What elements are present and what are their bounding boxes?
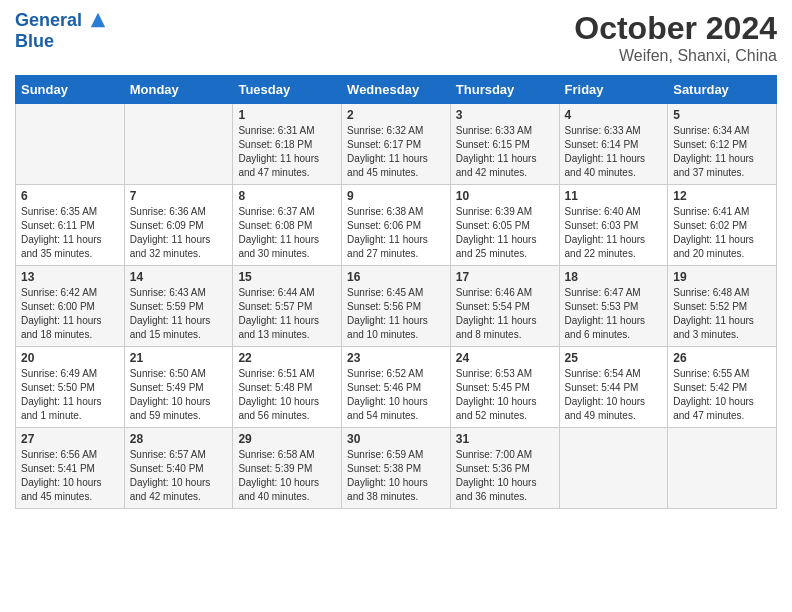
day-number: 27	[21, 432, 119, 446]
calendar-cell: 20Sunrise: 6:49 AMSunset: 5:50 PMDayligh…	[16, 347, 125, 428]
day-number: 24	[456, 351, 554, 365]
day-number: 3	[456, 108, 554, 122]
day-number: 11	[565, 189, 663, 203]
calendar-cell	[668, 428, 777, 509]
calendar-cell: 21Sunrise: 6:50 AMSunset: 5:49 PMDayligh…	[124, 347, 233, 428]
calendar-cell: 24Sunrise: 6:53 AMSunset: 5:45 PMDayligh…	[450, 347, 559, 428]
day-info: Sunrise: 6:48 AMSunset: 5:52 PMDaylight:…	[673, 286, 771, 342]
day-info: Sunrise: 7:00 AMSunset: 5:36 PMDaylight:…	[456, 448, 554, 504]
calendar-cell: 4Sunrise: 6:33 AMSunset: 6:14 PMDaylight…	[559, 104, 668, 185]
day-info: Sunrise: 6:43 AMSunset: 5:59 PMDaylight:…	[130, 286, 228, 342]
calendar-week-2: 6Sunrise: 6:35 AMSunset: 6:11 PMDaylight…	[16, 185, 777, 266]
col-tuesday: Tuesday	[233, 76, 342, 104]
calendar-body: 1Sunrise: 6:31 AMSunset: 6:18 PMDaylight…	[16, 104, 777, 509]
day-number: 19	[673, 270, 771, 284]
calendar-cell: 12Sunrise: 6:41 AMSunset: 6:02 PMDayligh…	[668, 185, 777, 266]
col-friday: Friday	[559, 76, 668, 104]
calendar-cell	[124, 104, 233, 185]
day-info: Sunrise: 6:37 AMSunset: 6:08 PMDaylight:…	[238, 205, 336, 261]
title-area: October 2024 Weifen, Shanxi, China	[574, 10, 777, 65]
day-info: Sunrise: 6:47 AMSunset: 5:53 PMDaylight:…	[565, 286, 663, 342]
calendar-cell: 18Sunrise: 6:47 AMSunset: 5:53 PMDayligh…	[559, 266, 668, 347]
calendar-cell: 26Sunrise: 6:55 AMSunset: 5:42 PMDayligh…	[668, 347, 777, 428]
logo-blue: Blue	[15, 31, 107, 52]
location: Weifen, Shanxi, China	[574, 47, 777, 65]
day-number: 22	[238, 351, 336, 365]
logo-text: General	[15, 10, 107, 31]
day-info: Sunrise: 6:44 AMSunset: 5:57 PMDaylight:…	[238, 286, 336, 342]
col-monday: Monday	[124, 76, 233, 104]
calendar-cell: 10Sunrise: 6:39 AMSunset: 6:05 PMDayligh…	[450, 185, 559, 266]
day-info: Sunrise: 6:56 AMSunset: 5:41 PMDaylight:…	[21, 448, 119, 504]
day-info: Sunrise: 6:33 AMSunset: 6:14 PMDaylight:…	[565, 124, 663, 180]
day-number: 16	[347, 270, 445, 284]
day-info: Sunrise: 6:33 AMSunset: 6:15 PMDaylight:…	[456, 124, 554, 180]
calendar-cell: 13Sunrise: 6:42 AMSunset: 6:00 PMDayligh…	[16, 266, 125, 347]
day-number: 29	[238, 432, 336, 446]
calendar-cell: 16Sunrise: 6:45 AMSunset: 5:56 PMDayligh…	[342, 266, 451, 347]
calendar-cell: 30Sunrise: 6:59 AMSunset: 5:38 PMDayligh…	[342, 428, 451, 509]
day-number: 15	[238, 270, 336, 284]
logo: General Blue	[15, 10, 107, 52]
calendar-cell: 6Sunrise: 6:35 AMSunset: 6:11 PMDaylight…	[16, 185, 125, 266]
calendar-cell: 9Sunrise: 6:38 AMSunset: 6:06 PMDaylight…	[342, 185, 451, 266]
calendar-cell: 19Sunrise: 6:48 AMSunset: 5:52 PMDayligh…	[668, 266, 777, 347]
calendar-cell: 28Sunrise: 6:57 AMSunset: 5:40 PMDayligh…	[124, 428, 233, 509]
day-info: Sunrise: 6:38 AMSunset: 6:06 PMDaylight:…	[347, 205, 445, 261]
day-number: 17	[456, 270, 554, 284]
calendar-week-5: 27Sunrise: 6:56 AMSunset: 5:41 PMDayligh…	[16, 428, 777, 509]
calendar-cell: 1Sunrise: 6:31 AMSunset: 6:18 PMDaylight…	[233, 104, 342, 185]
day-number: 21	[130, 351, 228, 365]
calendar-cell: 7Sunrise: 6:36 AMSunset: 6:09 PMDaylight…	[124, 185, 233, 266]
calendar-cell: 14Sunrise: 6:43 AMSunset: 5:59 PMDayligh…	[124, 266, 233, 347]
col-wednesday: Wednesday	[342, 76, 451, 104]
day-number: 6	[21, 189, 119, 203]
calendar-cell: 29Sunrise: 6:58 AMSunset: 5:39 PMDayligh…	[233, 428, 342, 509]
day-info: Sunrise: 6:59 AMSunset: 5:38 PMDaylight:…	[347, 448, 445, 504]
day-number: 13	[21, 270, 119, 284]
calendar-cell: 22Sunrise: 6:51 AMSunset: 5:48 PMDayligh…	[233, 347, 342, 428]
calendar-week-1: 1Sunrise: 6:31 AMSunset: 6:18 PMDaylight…	[16, 104, 777, 185]
calendar-cell: 5Sunrise: 6:34 AMSunset: 6:12 PMDaylight…	[668, 104, 777, 185]
logo-icon	[89, 11, 107, 29]
day-info: Sunrise: 6:54 AMSunset: 5:44 PMDaylight:…	[565, 367, 663, 423]
day-number: 20	[21, 351, 119, 365]
day-number: 5	[673, 108, 771, 122]
day-info: Sunrise: 6:55 AMSunset: 5:42 PMDaylight:…	[673, 367, 771, 423]
day-info: Sunrise: 6:50 AMSunset: 5:49 PMDaylight:…	[130, 367, 228, 423]
day-number: 31	[456, 432, 554, 446]
day-info: Sunrise: 6:39 AMSunset: 6:05 PMDaylight:…	[456, 205, 554, 261]
calendar-cell: 15Sunrise: 6:44 AMSunset: 5:57 PMDayligh…	[233, 266, 342, 347]
svg-marker-0	[91, 13, 105, 27]
calendar-cell: 17Sunrise: 6:46 AMSunset: 5:54 PMDayligh…	[450, 266, 559, 347]
day-number: 18	[565, 270, 663, 284]
logo-general: General	[15, 10, 82, 30]
calendar-week-4: 20Sunrise: 6:49 AMSunset: 5:50 PMDayligh…	[16, 347, 777, 428]
col-saturday: Saturday	[668, 76, 777, 104]
calendar-cell: 25Sunrise: 6:54 AMSunset: 5:44 PMDayligh…	[559, 347, 668, 428]
day-info: Sunrise: 6:42 AMSunset: 6:00 PMDaylight:…	[21, 286, 119, 342]
calendar-cell: 23Sunrise: 6:52 AMSunset: 5:46 PMDayligh…	[342, 347, 451, 428]
day-number: 7	[130, 189, 228, 203]
calendar-cell	[559, 428, 668, 509]
day-number: 9	[347, 189, 445, 203]
col-sunday: Sunday	[16, 76, 125, 104]
day-number: 30	[347, 432, 445, 446]
day-info: Sunrise: 6:53 AMSunset: 5:45 PMDaylight:…	[456, 367, 554, 423]
day-number: 10	[456, 189, 554, 203]
day-number: 4	[565, 108, 663, 122]
day-number: 14	[130, 270, 228, 284]
header-row: Sunday Monday Tuesday Wednesday Thursday…	[16, 76, 777, 104]
day-info: Sunrise: 6:51 AMSunset: 5:48 PMDaylight:…	[238, 367, 336, 423]
calendar-table: Sunday Monday Tuesday Wednesday Thursday…	[15, 75, 777, 509]
calendar-cell: 8Sunrise: 6:37 AMSunset: 6:08 PMDaylight…	[233, 185, 342, 266]
day-number: 12	[673, 189, 771, 203]
calendar-cell: 31Sunrise: 7:00 AMSunset: 5:36 PMDayligh…	[450, 428, 559, 509]
main-container: General Blue October 2024 Weifen, Shanxi…	[0, 0, 792, 524]
day-info: Sunrise: 6:40 AMSunset: 6:03 PMDaylight:…	[565, 205, 663, 261]
day-info: Sunrise: 6:34 AMSunset: 6:12 PMDaylight:…	[673, 124, 771, 180]
calendar-cell: 2Sunrise: 6:32 AMSunset: 6:17 PMDaylight…	[342, 104, 451, 185]
day-info: Sunrise: 6:46 AMSunset: 5:54 PMDaylight:…	[456, 286, 554, 342]
day-number: 28	[130, 432, 228, 446]
calendar-cell: 3Sunrise: 6:33 AMSunset: 6:15 PMDaylight…	[450, 104, 559, 185]
